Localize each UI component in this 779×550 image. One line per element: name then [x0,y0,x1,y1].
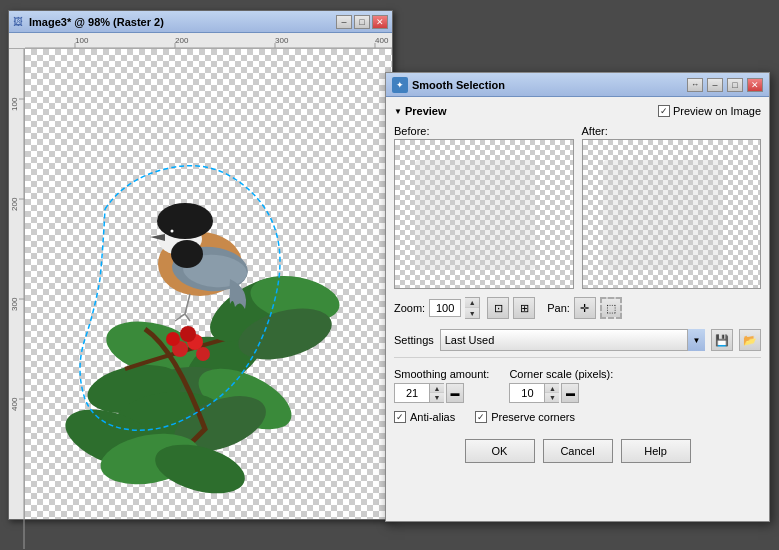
preview-on-image-container: ✓ Preview on Image [658,105,761,117]
smooth-selection-dialog: ✦ Smooth Selection ↔ – □ ✕ ▼ Preview ✓ P… [385,72,770,522]
svg-point-42 [171,240,203,268]
zoom-pan-bar: Zoom: ▲ ▼ ⊡ ⊞ Pan: ✛ ⬚ [394,295,761,321]
after-label: After: [582,125,762,137]
zoom-actual-button[interactable]: ⊞ [513,297,535,319]
svg-rect-45 [415,160,535,270]
smoothing-amount-input[interactable] [394,383,430,403]
svg-rect-46 [603,160,723,270]
dialog-window-buttons: ↔ – □ ✕ [685,78,763,92]
preview-header: ▼ Preview ✓ Preview on Image [394,103,761,119]
svg-point-44 [171,230,174,233]
zoom-spinner[interactable]: ▲ ▼ [465,297,480,319]
image-close-button[interactable]: ✕ [372,15,388,29]
svg-text:200: 200 [175,36,189,45]
after-canvas [582,139,762,289]
image-maximize-button[interactable]: □ [354,15,370,29]
checkboxes-row: ✓ Anti-alias ✓ Preserve corners [394,411,761,423]
svg-text:300: 300 [275,36,289,45]
settings-select[interactable]: Last Used Default [440,329,705,351]
svg-text:100: 100 [75,36,89,45]
preserve-corners-checkbox[interactable]: ✓ [475,411,487,423]
settings-row: Settings Last Used Default ▼ 💾 📂 [394,329,761,358]
corner-scale-spinner[interactable]: ▲ ▼ [545,383,559,403]
select-button[interactable]: ⬚ [600,297,622,319]
zoom-label: Zoom: [394,302,425,314]
dialog-restore-button[interactable]: ↔ [687,78,703,92]
svg-text:400: 400 [10,397,19,411]
dialog-content: ▼ Preview ✓ Preview on Image Before: A [386,97,769,469]
parameters-section: Smoothing amount: ▲ ▼ ▬ Corner scale (pi… [394,368,761,403]
dialog-titlebar: ✦ Smooth Selection ↔ – □ ✕ [386,73,769,97]
dialog-maximize-button[interactable]: □ [727,78,743,92]
dialog-close-button[interactable]: ✕ [747,78,763,92]
svg-text:200: 200 [10,197,19,211]
corner-scale-label: Corner scale (pixels): [509,368,613,380]
help-button[interactable]: Help [621,439,691,463]
smoothing-amount-spinner[interactable]: ▲ ▼ [430,383,444,403]
smoothing-amount-input-row: ▲ ▼ ▬ [394,383,489,403]
smoothing-down-arrow[interactable]: ▼ [430,393,444,402]
preview-on-image-checkbox[interactable]: ✓ [658,105,670,117]
svg-text:100: 100 [10,97,19,111]
svg-text:400: 400 [375,36,389,45]
svg-point-41 [157,203,213,239]
svg-point-30 [166,332,180,346]
preview-on-image-label: Preview on Image [673,105,761,117]
parameters-row: Smoothing amount: ▲ ▼ ▬ Corner scale (pi… [394,368,761,403]
corner-scale-up-arrow[interactable]: ▲ [545,384,559,393]
before-canvas [394,139,574,289]
zoom-fit-button[interactable]: ⊡ [487,297,509,319]
corner-scale-input[interactable] [509,383,545,403]
dialog-minimize-button[interactable]: – [707,78,723,92]
anti-alias-item[interactable]: ✓ Anti-alias [394,411,455,423]
smoothing-amount-label: Smoothing amount: [394,368,489,380]
zoom-input[interactable] [429,299,461,317]
canvas-background [25,49,392,519]
dialog-buttons: OK Cancel Help [394,435,761,463]
pan-button[interactable]: ✛ [574,297,596,319]
vertical-ruler: 100 200 300 400 [9,49,25,519]
svg-point-28 [180,326,196,342]
anti-alias-label: Anti-alias [410,411,455,423]
chevron-down-icon: ▼ [394,107,402,116]
ok-button[interactable]: OK [465,439,535,463]
corner-scale-input-row: ▲ ▼ ▬ [509,383,613,403]
zoom-up-arrow[interactable]: ▲ [465,298,479,308]
settings-select-wrapper: Last Used Default ▼ [440,329,705,351]
save-settings-button[interactable]: 💾 [711,329,733,351]
dialog-icon: ✦ [392,77,408,93]
anti-alias-checkbox[interactable]: ✓ [394,411,406,423]
zoom-down-arrow[interactable]: ▼ [465,308,479,318]
image-window-titlebar: 🖼 Image3* @ 98% (Raster 2) – □ ✕ [9,11,392,33]
preview-label: Preview [405,105,447,117]
corner-scale-group: Corner scale (pixels): ▲ ▼ ▬ [509,368,613,403]
before-label: Before: [394,125,574,137]
dialog-title: Smooth Selection [412,79,685,91]
image-window-title: Image3* @ 98% (Raster 2) [27,16,334,28]
preview-panels: Before: After: [394,125,761,289]
preview-toggle[interactable]: ▼ Preview [394,105,447,117]
smoothing-up-arrow[interactable]: ▲ [430,384,444,393]
svg-point-29 [196,347,210,361]
preserve-corners-label: Preserve corners [491,411,575,423]
preserve-corners-item[interactable]: ✓ Preserve corners [475,411,575,423]
load-settings-button[interactable]: 📂 [739,329,761,351]
corner-scale-slider-icon[interactable]: ▬ [561,383,579,403]
image-minimize-button[interactable]: – [336,15,352,29]
svg-text:300: 300 [10,297,19,311]
horizontal-ruler: 100 200 300 400 [9,33,392,49]
smoothing-slider-icon[interactable]: ▬ [446,383,464,403]
canvas-area [25,49,392,519]
settings-label: Settings [394,334,434,346]
smoothing-amount-group: Smoothing amount: ▲ ▼ ▬ [394,368,489,403]
pan-label: Pan: [547,302,570,314]
image-window: 🖼 Image3* @ 98% (Raster 2) – □ ✕ 100 200… [8,10,393,520]
before-panel: Before: [394,125,574,289]
after-panel: After: [582,125,762,289]
cancel-button[interactable]: Cancel [543,439,613,463]
corner-scale-down-arrow[interactable]: ▼ [545,393,559,402]
